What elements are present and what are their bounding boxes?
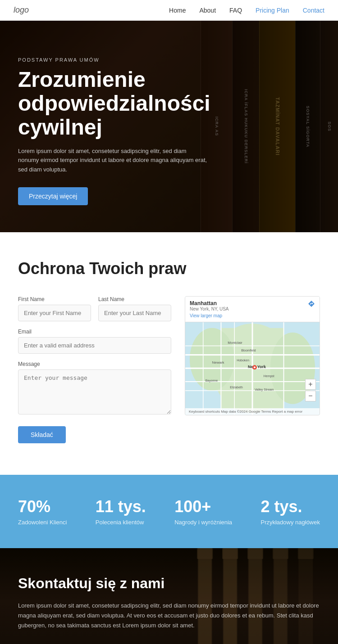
nav-links: Home About FAQ Pricing Plan Contact — [169, 7, 324, 14]
map-directions-icon[interactable] — [308, 300, 315, 309]
message-group: Message — [18, 361, 171, 414]
map-sublocation: New York, NY, USA — [190, 306, 229, 311]
svg-text:Montclair: Montclair — [228, 341, 242, 345]
first-name-group: First Name — [18, 296, 91, 321]
map-svg: Montclair Bloomfield Newark Hoboken New … — [185, 319, 320, 415]
nav-about[interactable]: About — [199, 7, 216, 14]
message-textarea[interactable] — [18, 369, 171, 414]
ochrona-section: Ochrona Twoich praw First Name Last Name… — [0, 232, 338, 475]
google-map[interactable]: Manhattan New York, NY, USA View larger … — [185, 296, 320, 415]
svg-text:Elizabeth: Elizabeth — [230, 386, 243, 389]
svg-text:Newark: Newark — [212, 360, 224, 365]
svg-rect-35 — [247, 548, 263, 559]
svg-text:Bloomfield: Bloomfield — [241, 349, 256, 352]
map-view-larger-link[interactable]: View larger map — [190, 313, 229, 318]
hero-subtitle: PODSTAWY PRAWA UMÓW — [18, 57, 288, 63]
svg-text:New York: New York — [248, 365, 266, 369]
hero-section: ICRA AS ICRA İFLAS HUKUKU DERSLERİ TAZMİ… — [0, 21, 338, 232]
svg-text:Bayonne: Bayonne — [206, 379, 218, 383]
navigation: logo Home About FAQ Pricing Plan Contact — [0, 0, 338, 21]
last-name-group: Last Name — [98, 296, 171, 321]
svg-point-25 — [254, 366, 256, 368]
svg-text:Valley Stream: Valley Stream — [255, 388, 274, 392]
message-label: Message — [18, 361, 171, 367]
first-name-label: First Name — [18, 296, 91, 302]
stat-label-0: Zadowoleni Klienci — [18, 519, 67, 526]
stat-number-2: 100+ — [174, 497, 232, 516]
contact-title: Skontaktuj się z nami — [18, 575, 320, 592]
map-zoom-out-button[interactable]: − — [305, 391, 316, 401]
last-name-label: Last Name — [98, 296, 171, 302]
map-zoom-controls: + − — [305, 379, 316, 401]
nav-contact[interactable]: Contact — [303, 7, 324, 14]
map-header-left: Manhattan New York, NY, USA View larger … — [190, 300, 229, 318]
submit-button[interactable]: Składać — [18, 426, 66, 443]
email-input[interactable] — [18, 337, 171, 354]
contact-content: Skontaktuj się z nami Lorem ipsum dolor … — [18, 575, 320, 644]
svg-rect-27 — [197, 548, 213, 559]
email-group: Email — [18, 329, 171, 354]
svg-rect-43 — [298, 548, 314, 559]
hero-read-more-button[interactable]: Przeczytaj więcej — [18, 187, 88, 205]
map-footer-text: Keyboard shortcuts Map data ©2024 Google… — [189, 410, 302, 414]
stat-number-3: 2 tys. — [260, 497, 320, 516]
stat-label-1: Polecenia klientów — [96, 519, 146, 526]
last-name-input[interactable] — [98, 305, 171, 321]
stat-number-0: 70% — [18, 497, 67, 516]
logo: logo — [14, 5, 29, 15]
nav-faq[interactable]: FAQ — [229, 7, 242, 14]
ochrona-title: Ochrona Twoich praw — [18, 259, 320, 278]
email-label: Email — [18, 329, 171, 335]
map-header: Manhattan New York, NY, USA View larger … — [185, 297, 320, 322]
stat-item-2: 100+ Nagrody i wyróżnienia — [174, 497, 232, 526]
map-location: Manhattan — [190, 300, 229, 306]
nav-pricing[interactable]: Pricing Plan — [256, 7, 289, 14]
stats-section: 70% Zadowoleni Klienci 11 tys. Polecenia… — [0, 475, 338, 548]
svg-text:Hempst: Hempst — [264, 374, 274, 378]
stat-number-1: 11 tys. — [96, 497, 146, 516]
map-zoom-in-button[interactable]: + — [305, 379, 316, 390]
contact-section: Skontaktuj się z nami Lorem ipsum dolor … — [0, 548, 338, 644]
nav-home[interactable]: Home — [169, 7, 186, 14]
first-name-input[interactable] — [18, 305, 91, 321]
hero-content: PODSTAWY PRAWA UMÓW Zrozumienie odpowied… — [0, 57, 306, 205]
form-map-row: First Name Last Name Email Message Skład… — [18, 296, 320, 443]
svg-rect-39 — [273, 548, 288, 559]
svg-text:Hoboken: Hoboken — [237, 359, 249, 362]
stat-item-3: 2 tys. Przykładowy nagłówek — [260, 497, 320, 526]
map-container: Manhattan New York, NY, USA View larger … — [185, 296, 320, 443]
hero-title: Zrozumienie odpowiedzialności cywilnej — [18, 68, 288, 139]
stat-item-0: 70% Zadowoleni Klienci — [18, 497, 67, 526]
name-row: First Name Last Name — [18, 296, 171, 321]
stat-label-2: Nagrody i wyróżnienia — [174, 519, 232, 526]
stat-item-1: 11 tys. Polecenia klientów — [96, 497, 146, 526]
stat-label-3: Przykładowy nagłówek — [260, 519, 320, 526]
svg-rect-31 — [222, 548, 238, 559]
contact-form: First Name Last Name Email Message Skład… — [18, 296, 171, 443]
map-footer: Keyboard shortcuts Map data ©2024 Google… — [185, 408, 320, 415]
hero-description: Lorem ipsum dolor sit amet, consetetur s… — [18, 147, 207, 175]
contact-description: Lorem ipsum dolor sit amet, consetetur s… — [18, 601, 320, 630]
